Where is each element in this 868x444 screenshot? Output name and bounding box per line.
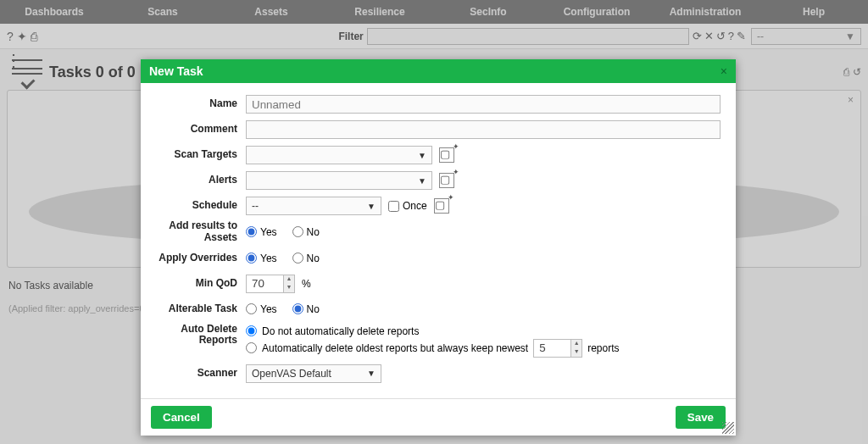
- label-schedule: Schedule: [144, 200, 246, 212]
- radio-no-label: No: [307, 226, 320, 238]
- radio-no-label: No: [307, 303, 320, 315]
- spin-down-icon: ▼: [571, 348, 581, 357]
- alterable-yes[interactable]: [246, 303, 257, 314]
- label-alterable: Alterable Task: [144, 303, 246, 315]
- apply-overrides-no[interactable]: [292, 253, 303, 264]
- schedule-once-label: Once: [403, 200, 427, 212]
- spin-down-icon[interactable]: ▼: [284, 284, 294, 292]
- alterable-no[interactable]: [292, 303, 303, 314]
- chevron-down-icon: ▼: [418, 151, 426, 160]
- schedule-once-checkbox[interactable]: [388, 201, 399, 212]
- add-results-yes[interactable]: [246, 226, 257, 237]
- resize-handle-icon[interactable]: [722, 422, 734, 434]
- label-add-results: Add results to Assets: [144, 220, 246, 244]
- apply-overrides-yes[interactable]: [246, 253, 257, 264]
- dialog-title-text: New Task: [149, 64, 203, 78]
- label-min-qod: Min QoD: [144, 278, 246, 290]
- new-task-dialog: New Task × Name Comment Scan Targets ▼ ▢…: [141, 59, 736, 436]
- label-scan-targets: Scan Targets: [144, 149, 246, 161]
- radio-yes-label: Yes: [260, 303, 277, 315]
- label-alerts: Alerts: [144, 175, 246, 186]
- auto-delete-yes[interactable]: [246, 342, 257, 353]
- comment-field[interactable]: [246, 120, 721, 139]
- auto-delete-opt2-pre: Automatically delete oldest reports but …: [262, 342, 528, 354]
- spin-up-icon[interactable]: ▲: [284, 275, 294, 284]
- label-auto-delete: Auto Delete Reports: [144, 324, 246, 347]
- chevron-down-icon: ▼: [418, 176, 426, 186]
- min-qod-field[interactable]: [246, 275, 283, 293]
- new-target-button[interactable]: ▢: [439, 147, 454, 163]
- schedule-value: --: [252, 200, 259, 212]
- spin-up-icon: ▲: [571, 340, 581, 348]
- alerts-select[interactable]: ▼: [246, 171, 432, 190]
- chevron-down-icon: ▼: [367, 202, 376, 211]
- new-schedule-button[interactable]: ▢: [434, 198, 449, 214]
- add-results-no[interactable]: [292, 226, 303, 237]
- dialog-titlebar: New Task ×: [141, 59, 736, 83]
- radio-no-label: No: [307, 253, 320, 264]
- label-name: Name: [144, 98, 246, 110]
- label-comment: Comment: [144, 124, 246, 136]
- schedule-select[interactable]: --▼: [246, 197, 381, 215]
- auto-delete-opt2-post: reports: [587, 342, 619, 354]
- auto-delete-opt1-label: Do not automatically delete reports: [262, 325, 419, 337]
- dialog-footer: Cancel Save: [141, 398, 736, 436]
- scanner-select[interactable]: OpenVAS Default▼: [246, 364, 381, 383]
- scanner-value: OpenVAS Default: [252, 368, 331, 380]
- save-button[interactable]: Save: [676, 406, 726, 429]
- pct-label: %: [302, 278, 311, 290]
- dialog-body: Name Comment Scan Targets ▼ ▢ Alerts ▼ ▢: [141, 83, 736, 398]
- name-field[interactable]: [246, 95, 721, 114]
- radio-yes-label: Yes: [260, 226, 277, 238]
- radio-yes-label: Yes: [260, 253, 277, 264]
- new-alert-button[interactable]: ▢: [439, 173, 454, 188]
- label-scanner: Scanner: [144, 368, 246, 380]
- auto-delete-keep-field: [533, 339, 570, 358]
- scan-targets-select[interactable]: ▼: [246, 146, 432, 164]
- chevron-down-icon: ▼: [367, 369, 376, 378]
- dialog-close-icon[interactable]: ×: [721, 64, 727, 78]
- cancel-button[interactable]: Cancel: [151, 406, 212, 429]
- label-apply-overrides: Apply Overrides: [144, 253, 246, 264]
- auto-delete-no[interactable]: [246, 325, 257, 336]
